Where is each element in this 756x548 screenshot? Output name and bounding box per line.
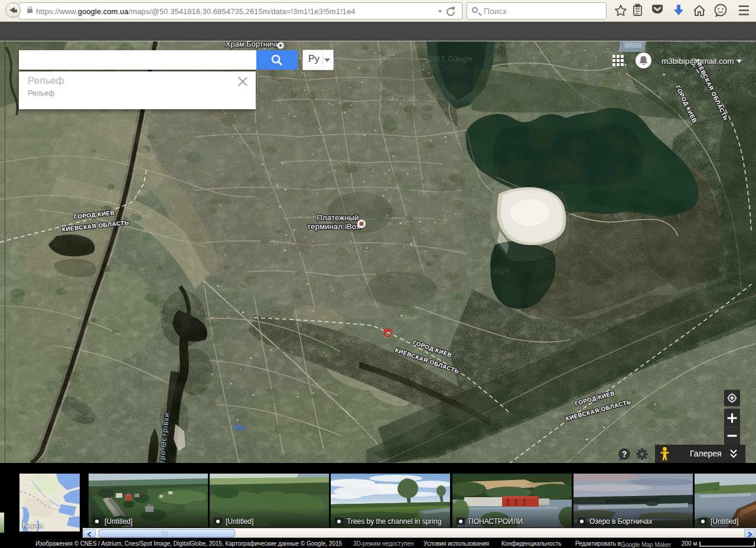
- svg-text:2015 Google: 2015 Google: [467, 266, 510, 275]
- svg-text:терминал iBox: терминал iBox: [307, 222, 360, 231]
- svg-text:Платежный: Платежный: [317, 213, 359, 222]
- svg-text:?: ?: [622, 449, 627, 459]
- svg-text:2015 Google: 2015 Google: [428, 54, 472, 63]
- svg-text:Храм Бортничи: Храм Бортничи: [226, 41, 280, 48]
